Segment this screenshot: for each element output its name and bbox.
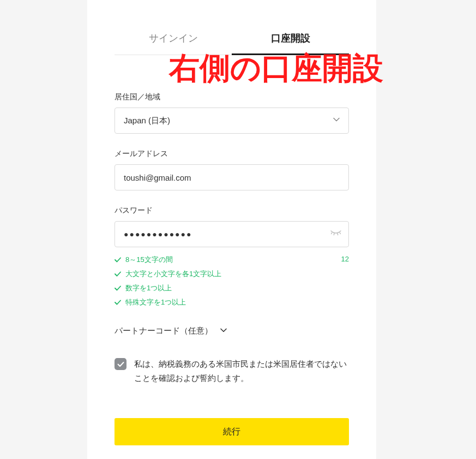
password-req-text: 8～15文字の間 — [125, 255, 173, 265]
svg-line-2 — [338, 234, 338, 235]
country-group: 居住国／地域 Japan (日本) — [115, 92, 349, 134]
svg-line-0 — [332, 233, 333, 234]
password-req-item: 特殊文字を1つ以上 — [115, 297, 349, 307]
continue-button-label: 続行 — [223, 427, 240, 436]
check-icon — [115, 285, 121, 291]
svg-line-1 — [334, 234, 334, 235]
disclaimer-text: 私は、納税義務のある米国市民または米国居住者ではないことを確認および誓約します。 — [134, 357, 349, 385]
eye-closed-icon[interactable] — [330, 229, 341, 239]
password-req-item: 8～15文字の間 — [115, 255, 349, 265]
disclaimer-row: 私は、納税義務のある米国市民または米国居住者ではないことを確認および誓約します。 — [115, 357, 349, 385]
password-requirements: 12 8～15文字の間 大文字と小文字を各1文字以上 数字を1つ以上 特殊文字を… — [115, 255, 349, 307]
password-req-text: 大文字と小文字を各1文字以上 — [125, 269, 221, 279]
disclaimer-checkbox[interactable] — [115, 358, 126, 370]
email-group: メールアドレス — [115, 149, 349, 190]
country-value: Japan (日本) — [124, 116, 170, 126]
check-icon — [115, 257, 121, 263]
email-label: メールアドレス — [115, 149, 349, 159]
partner-code-toggle[interactable]: パートナーコード（任意） — [115, 326, 349, 336]
password-req-item: 大文字と小文字を各1文字以上 — [115, 269, 349, 279]
tab-signin[interactable]: サインイン — [115, 22, 232, 55]
tab-signin-label: サインイン — [149, 33, 198, 44]
tab-register-label: 口座開設 — [271, 33, 310, 44]
password-field[interactable] — [115, 221, 349, 247]
password-length-count: 12 — [341, 255, 349, 263]
password-req-text: 特殊文字を1つ以上 — [125, 297, 186, 307]
auth-tabs: サインイン 口座開設 — [115, 0, 349, 55]
password-group: パスワード 12 8～15文字の間 大文字と小文字を各1文字 — [115, 206, 349, 307]
country-select[interactable]: Japan (日本) — [115, 108, 349, 134]
chevron-down-icon — [333, 117, 340, 124]
country-label: 居住国／地域 — [115, 92, 349, 102]
password-label: パスワード — [115, 206, 349, 216]
check-icon — [115, 300, 121, 305]
password-req-text: 数字を1つ以上 — [125, 283, 172, 293]
check-icon — [115, 271, 121, 277]
register-form: サインイン 口座開設 居住国／地域 Japan (日本) メールアドレス パスワ… — [87, 0, 376, 459]
chevron-down-icon — [220, 328, 227, 335]
continue-button[interactable]: 続行 — [115, 418, 349, 445]
partner-code-label: パートナーコード（任意） — [115, 326, 213, 336]
email-field[interactable] — [115, 164, 349, 190]
tab-register[interactable]: 口座開設 — [232, 22, 349, 55]
svg-line-3 — [340, 233, 341, 234]
password-req-item: 数字を1つ以上 — [115, 283, 349, 293]
